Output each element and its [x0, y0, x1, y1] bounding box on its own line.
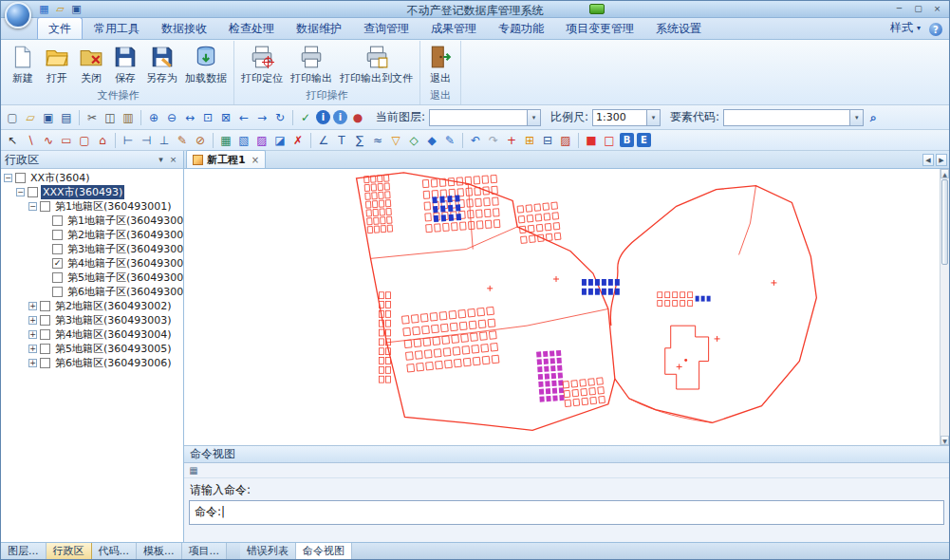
chevron-down-icon[interactable]: ▾	[849, 110, 863, 125]
dock-tab[interactable]: 模板...	[137, 543, 182, 559]
tree-expander-icon[interactable]: −	[4, 174, 12, 182]
tree-checkbox[interactable]	[40, 358, 50, 368]
tree-expander-icon[interactable]: +	[28, 345, 37, 353]
ribbon-tab[interactable]: 专题功能	[488, 18, 554, 39]
save-all-icon[interactable]: ▤	[58, 109, 75, 126]
zoom-out-icon[interactable]: ⊖	[163, 109, 180, 126]
red-fill-icon[interactable]: ■	[583, 132, 600, 149]
ribbon-tab[interactable]: 数据维护	[286, 18, 352, 39]
ribbon-tab[interactable]: 检查处理	[218, 18, 285, 39]
save-icon[interactable]: ▣	[40, 109, 57, 126]
attach-icon[interactable]: ◪	[271, 132, 289, 149]
snap-grid-icon[interactable]: ⊞	[521, 132, 538, 149]
open-icon[interactable]: ▱	[22, 109, 39, 126]
draw-line-icon[interactable]: ∖	[22, 132, 39, 149]
zoom-extents-icon[interactable]: ⊠	[217, 109, 234, 126]
angle-icon[interactable]: ∠	[315, 132, 332, 149]
draw-rectangle-icon[interactable]: ▭	[58, 132, 75, 149]
map-vertical-scrollbar[interactable]: ▲ ▼	[940, 169, 949, 445]
panel-tab[interactable]: 错误列表	[240, 543, 296, 559]
zoom-window-icon[interactable]: ⊡	[199, 109, 216, 126]
tree-item[interactable]: −XX市(3604)	[1, 171, 183, 185]
tab-scroll-right-icon[interactable]: ▶	[936, 154, 947, 166]
map-export-icon[interactable]: ▨	[253, 132, 270, 149]
panel-tab[interactable]: 命令视图	[296, 543, 352, 559]
chevron-down-icon[interactable]: ▾	[646, 110, 660, 125]
load-data-button[interactable]: 加载数据	[181, 43, 231, 87]
ribbon-tab[interactable]: 常用工具	[84, 18, 150, 39]
chevron-down-icon[interactable]: ▾	[527, 110, 540, 125]
tree-item[interactable]: −第1地籍区(360493001)	[1, 199, 183, 214]
minimize-button[interactable]: ─	[891, 2, 907, 15]
tree-checkbox[interactable]	[15, 173, 26, 183]
edit-vertex-icon[interactable]: ⊢	[120, 132, 137, 149]
tree-item[interactable]: +第2地籍区(360493002)	[1, 299, 183, 313]
tree-checkbox[interactable]	[40, 201, 50, 212]
tree-item[interactable]: +第3地籍区(360493003)	[1, 313, 183, 327]
tree-checkbox[interactable]	[28, 187, 38, 197]
bold-icon[interactable]: B	[620, 133, 634, 147]
tree-checkbox[interactable]	[40, 315, 50, 326]
tree-item[interactable]: 第1地籍子区(360493001001)	[1, 214, 183, 228]
tree-item[interactable]: 第3地籍子区(360493001003)	[1, 242, 183, 256]
dock-tab[interactable]: 项目...	[182, 543, 228, 559]
erase-icon[interactable]: ⊘	[192, 132, 209, 149]
tab-scroll-left-icon[interactable]: ◀	[922, 154, 934, 166]
tree-item[interactable]: +第5地籍区(360493005)	[1, 342, 183, 356]
merge-icon[interactable]: ⊥	[156, 132, 173, 149]
tree-checkbox[interactable]	[40, 301, 50, 311]
ribbon-tab[interactable]: 成果管理	[420, 18, 487, 39]
search-icon[interactable]: ⌕	[865, 109, 882, 126]
tree-checkbox[interactable]	[52, 215, 63, 226]
tree-checkbox[interactable]	[52, 230, 63, 240]
pin-icon[interactable]: ▾	[155, 154, 167, 166]
ribbon-tab[interactable]: 项目变更管理	[555, 18, 644, 39]
diamond-symbol-icon[interactable]: ◇	[405, 132, 422, 149]
new-doc-button[interactable]: 新建	[6, 43, 40, 87]
scroll-down-icon[interactable]: ▼	[941, 436, 949, 445]
dock-tab[interactable]: 行政区	[47, 543, 92, 559]
scale-select[interactable]: 1:300 ▾	[592, 109, 661, 126]
tree-item[interactable]: ✓第4地籍子区(360493001004)	[1, 256, 183, 271]
tree-checkbox[interactable]	[52, 244, 63, 254]
tree-checkbox[interactable]	[52, 287, 63, 297]
redo-icon[interactable]: ↷	[485, 132, 502, 149]
tree-item[interactable]: 第6地籍子区(360493001006)	[1, 285, 183, 299]
paste-icon[interactable]: ▥	[120, 109, 137, 126]
move-icon[interactable]: +	[503, 132, 520, 149]
tree-item[interactable]: −XXX市(360493)	[1, 185, 183, 199]
tree-item[interactable]: +第4地籍区(360493004)	[1, 327, 183, 342]
maximize-button[interactable]: ▢	[910, 2, 926, 15]
feature-code-select[interactable]: ▾	[723, 109, 864, 126]
app-logo-icon[interactable]	[5, 2, 31, 28]
tree-expander-icon[interactable]: +	[28, 302, 37, 310]
draw-polyline-icon[interactable]: ∿	[40, 132, 57, 149]
tree-expander-icon[interactable]: −	[16, 188, 25, 196]
close-panel-icon[interactable]: ×	[167, 154, 179, 166]
annotate-icon[interactable]: ✎	[441, 132, 458, 149]
text-label-icon[interactable]: T	[333, 132, 350, 149]
tree-expander-icon[interactable]: +	[28, 330, 37, 339]
previous-view-icon[interactable]: ←	[235, 109, 252, 126]
command-menu-icon[interactable]: ▦	[187, 464, 200, 477]
print-file-button[interactable]: 打印输出到文件	[336, 43, 417, 87]
layer-fill-icon[interactable]: ▦	[217, 132, 234, 149]
red-frame-icon[interactable]: □	[601, 132, 618, 149]
print-locate-button[interactable]: 打印定位	[237, 43, 287, 87]
cut-icon[interactable]: ✂	[84, 109, 101, 126]
tree-item[interactable]: +第6地籍区(360493006)	[1, 356, 183, 370]
tree-expander-icon[interactable]: +	[28, 316, 37, 325]
tree-expander-icon[interactable]: −	[28, 202, 37, 211]
map-canvas[interactable]	[184, 169, 940, 445]
tree-expander-icon[interactable]: +	[28, 359, 37, 367]
dock-tab[interactable]: 图层...	[1, 543, 47, 559]
help-icon[interactable]: ?	[929, 23, 942, 36]
tree-checkbox[interactable]: ✓	[52, 258, 63, 269]
triangle-symbol-icon[interactable]: ▽	[387, 132, 404, 149]
exit-button[interactable]: 退出	[423, 43, 457, 87]
next-view-icon[interactable]: →	[253, 109, 270, 126]
close-folder-button[interactable]: 关闭	[74, 43, 108, 87]
grid-off-icon[interactable]: ⊟	[539, 132, 556, 149]
save-button[interactable]: 保存	[108, 43, 142, 87]
map-viewport[interactable]: ▲ ▼	[184, 169, 949, 446]
